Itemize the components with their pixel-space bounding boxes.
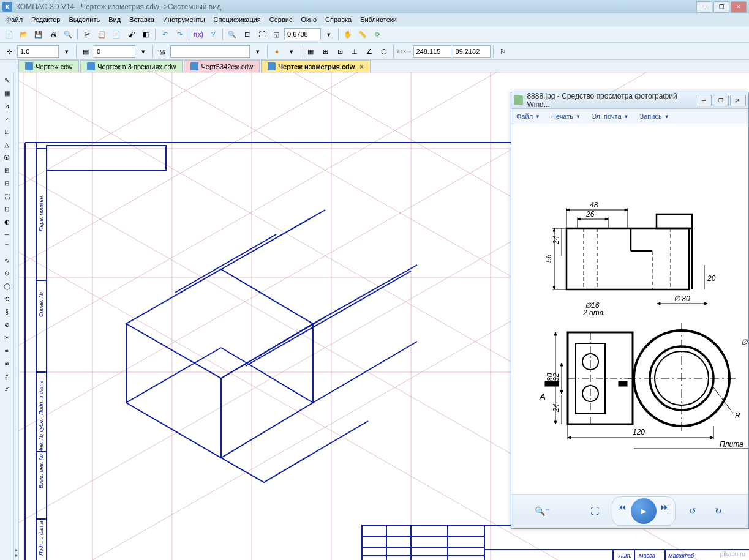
tool-⟀[interactable]: ⟀ <box>1 126 12 137</box>
paste-icon[interactable]: 📄 <box>110 28 123 41</box>
pan-icon[interactable]: ✋ <box>341 28 355 41</box>
copy-icon[interactable]: 📋 <box>95 28 108 41</box>
preview-icon[interactable]: 🔍 <box>61 28 75 41</box>
photo-viewer-window[interactable]: 8888.jpg - Средство просмотра фотографий… <box>511 92 749 529</box>
tool-⊟[interactable]: ⊟ <box>1 177 12 189</box>
pv-menu-Запись[interactable]: Запись▼ <box>640 113 669 120</box>
snap-icon[interactable]: ⊹ <box>2 45 16 58</box>
tool-◯[interactable]: ◯ <box>1 280 12 291</box>
pv-rotate-ccw-icon[interactable]: ↺ <box>684 502 701 520</box>
layer-input[interactable] <box>94 45 135 58</box>
pv-titlebar[interactable]: 8888.jpg - Средство просмотра фотографий… <box>511 92 748 109</box>
tab-Чертеж.cdw[interactable]: Чертеж.cdw <box>18 60 79 72</box>
ortho-icon[interactable]: ⊥ <box>348 45 361 58</box>
drop4-icon[interactable]: ▾ <box>285 45 298 58</box>
pv-menu-Файл[interactable]: Файл▼ <box>516 113 540 120</box>
tool-✂[interactable]: ✂ <box>1 332 12 343</box>
pv-slideshow-button[interactable]: ▶ <box>631 498 657 524</box>
pv-maximize-button[interactable]: ❐ <box>713 95 729 106</box>
drop3-icon[interactable]: ▾ <box>251 45 265 58</box>
menu-Вставка[interactable]: Вставка <box>126 15 158 24</box>
pv-next-icon[interactable]: ⏭ <box>657 498 674 515</box>
refresh-icon[interactable]: ⟳ <box>371 28 384 41</box>
tool-✎[interactable]: ✎ <box>1 75 12 86</box>
undo-icon[interactable]: ↶ <box>158 28 171 41</box>
cut-icon[interactable]: ✂ <box>80 28 94 41</box>
menu-Выделить[interactable]: Выделить <box>65 15 104 24</box>
tool-▦[interactable]: ▦ <box>1 88 12 99</box>
tool-⊡[interactable]: ⊡ <box>1 203 12 214</box>
coord-x[interactable] <box>413 45 451 58</box>
zoom-dropdown-icon[interactable]: ▾ <box>322 28 336 41</box>
menu-Окно[interactable]: Окно <box>297 15 320 24</box>
tool-≋[interactable]: ≋ <box>1 357 12 368</box>
tool-⫽[interactable]: ⫽ <box>1 370 12 381</box>
drop2-icon[interactable]: ▾ <box>137 45 150 58</box>
tool-⬚[interactable]: ⬚ <box>1 190 12 201</box>
layer-icon[interactable]: ▤ <box>79 45 92 58</box>
brush-icon[interactable]: 🖌 <box>124 28 138 41</box>
zoom-input[interactable] <box>284 28 321 40</box>
pv-menu-Эл. почта[interactable]: Эл. почта▼ <box>592 113 629 120</box>
pv-minimize-button[interactable]: ─ <box>696 95 712 106</box>
pv-menu-Печать[interactable]: Печать▼ <box>551 113 581 120</box>
pv-prev-icon[interactable]: ⏮ <box>614 498 631 515</box>
minimize-button[interactable]: ─ <box>696 1 712 13</box>
line-width-input[interactable] <box>17 45 59 58</box>
menu-Редактор[interactable]: Редактор <box>28 15 64 24</box>
tool-⫽[interactable]: ⫽ <box>1 383 12 394</box>
tab-Черт5342еж.cdw[interactable]: Черт5342еж.cdw <box>184 60 260 72</box>
save-icon[interactable]: 💾 <box>32 28 45 41</box>
tool-⦿[interactable]: ⦿ <box>1 152 12 163</box>
pv-rotate-cw-icon[interactable]: ↻ <box>710 502 727 520</box>
maximize-button[interactable]: ❐ <box>713 1 729 13</box>
pv-fit-icon[interactable]: ⛶ <box>586 502 603 520</box>
hatch-input[interactable] <box>170 45 250 58</box>
pv-zoom-out-icon[interactable]: 🔍⁻ <box>533 502 551 520</box>
tab-close-icon[interactable]: × <box>359 63 363 70</box>
color-icon[interactable]: ● <box>270 45 284 58</box>
fx-icon[interactable]: f(x) <box>192 28 205 41</box>
tool-◐[interactable]: ◐ <box>1 216 12 227</box>
angle-icon[interactable]: ∠ <box>363 45 376 58</box>
tool-⊙[interactable]: ⊙ <box>1 267 12 278</box>
zoom-fit-icon[interactable]: ⛶ <box>255 28 268 41</box>
tool-⟲[interactable]: ⟲ <box>1 293 12 304</box>
close-button[interactable]: ✕ <box>731 1 747 13</box>
print-icon[interactable]: 🖨 <box>47 28 60 41</box>
menu-Вид[interactable]: Вид <box>105 15 124 24</box>
drop-icon[interactable]: ▾ <box>60 45 73 58</box>
redo-icon[interactable]: ↷ <box>173 28 186 41</box>
tool-─[interactable]: ─ <box>1 229 12 240</box>
tool-⟋[interactable]: ⟋ <box>1 113 12 124</box>
tab-Чертеж в 3 прекциях.cdw[interactable]: Чертеж в 3 прекциях.cdw <box>80 60 183 72</box>
zoom-area-icon[interactable]: ⊡ <box>240 28 254 41</box>
iso-icon[interactable]: ⬡ <box>377 45 391 58</box>
measure-icon[interactable]: 📏 <box>356 28 369 41</box>
palette-handle[interactable]: ▸▸ <box>14 72 19 560</box>
zoom-obj-icon[interactable]: ◱ <box>269 28 283 41</box>
flag-icon[interactable]: ⚐ <box>496 45 510 58</box>
menu-Сервис[interactable]: Сервис <box>266 15 296 24</box>
menu-Библиотеки[interactable]: Библиотеки <box>356 15 401 24</box>
pv-close-button[interactable]: ✕ <box>730 95 746 106</box>
tool-⌒[interactable]: ⌒ <box>1 242 12 253</box>
tool-△[interactable]: △ <box>1 139 12 150</box>
tool-⊞[interactable]: ⊞ <box>1 165 12 176</box>
grid3-icon[interactable]: ⊡ <box>333 45 347 58</box>
grid2-icon[interactable]: ⊞ <box>318 45 332 58</box>
tool-⊿[interactable]: ⊿ <box>1 100 12 111</box>
hatch-icon[interactable]: ▨ <box>156 45 169 58</box>
menu-Инструменты[interactable]: Инструменты <box>159 15 209 24</box>
help-icon[interactable]: ? <box>206 28 220 41</box>
zoom-in-icon[interactable]: 🔍 <box>225 28 239 41</box>
new-icon[interactable]: 📄 <box>2 28 16 41</box>
eraser-icon[interactable]: ◧ <box>139 28 152 41</box>
open-icon[interactable]: 📂 <box>17 28 31 41</box>
tool-∿[interactable]: ∿ <box>1 255 12 266</box>
menu-Файл[interactable]: Файл <box>2 15 26 24</box>
grid-icon[interactable]: ▦ <box>304 45 317 58</box>
tab-Чертеж изометрия.cdw[interactable]: Чертеж изометрия.cdw× <box>261 60 370 72</box>
coord-y[interactable] <box>453 45 491 58</box>
tool-≡[interactable]: ≡ <box>1 345 12 356</box>
